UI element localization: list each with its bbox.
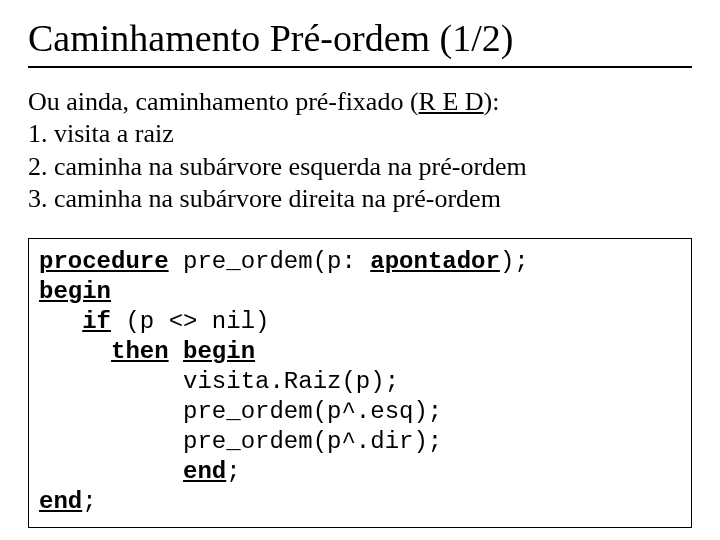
space-1 — [169, 338, 183, 365]
kw-procedure: procedure — [39, 248, 169, 275]
code-visit: visita.Raiz(p); — [39, 368, 399, 395]
code-box: procedure pre_ordem(p: apontador); begin… — [28, 238, 692, 528]
kw-then: then — [111, 338, 169, 365]
code-dir: pre_ordem(p^.dir); — [39, 428, 442, 455]
if-cond: (p <> nil) — [111, 308, 269, 335]
intro-suffix: ): — [484, 87, 500, 116]
kw-if: if — [82, 308, 111, 335]
intro-prefix: Ou ainda, caminhamento pré-fixado ( — [28, 87, 419, 116]
step-1: 1. visita a raiz — [28, 118, 692, 151]
kw-begin-inner: begin — [183, 338, 255, 365]
indent-end-inner — [39, 458, 183, 485]
kw-end-inner: end — [183, 458, 226, 485]
indent-then — [39, 338, 111, 365]
code-sig-close: ); — [500, 248, 529, 275]
mnemonic-red: R E D — [419, 87, 484, 116]
slide-title: Caminhamento Pré-ordem (1/2) — [28, 18, 692, 68]
semi-2: ; — [82, 488, 96, 515]
code-sig-1: pre_ordem(p: — [169, 248, 371, 275]
kw-apontador: apontador — [370, 248, 500, 275]
step-3: 3. caminha na subárvore direita na pré-o… — [28, 183, 692, 216]
step-2: 2. caminha na subárvore esquerda na pré-… — [28, 151, 692, 184]
code-esq: pre_ordem(p^.esq); — [39, 398, 442, 425]
kw-end-outer: end — [39, 488, 82, 515]
semi-1: ; — [226, 458, 240, 485]
description-block: Ou ainda, caminhamento pré-fixado (R E D… — [28, 86, 692, 216]
kw-begin-outer: begin — [39, 278, 111, 305]
indent-if — [39, 308, 82, 335]
intro-line: Ou ainda, caminhamento pré-fixado (R E D… — [28, 86, 692, 119]
